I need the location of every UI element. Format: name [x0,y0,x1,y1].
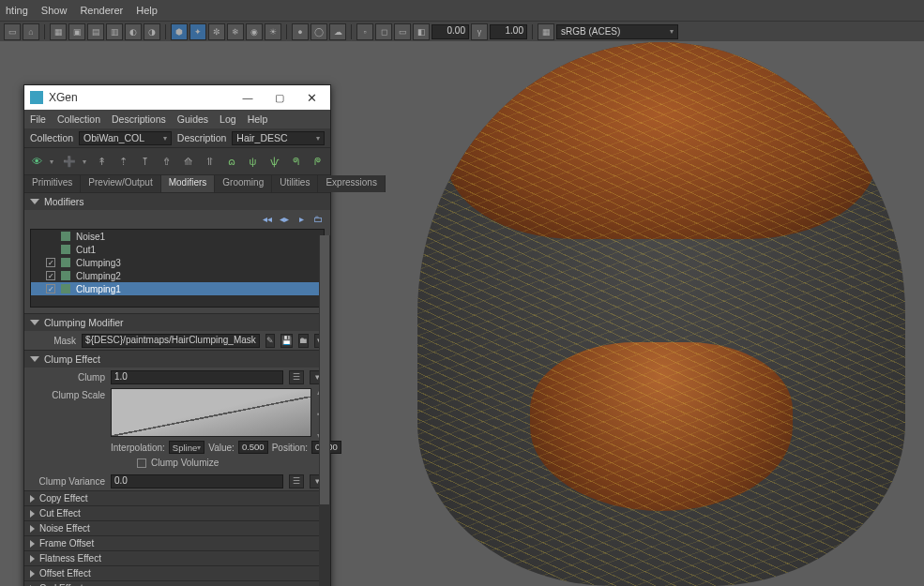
toolbar-gamma-icon[interactable]: γ [471,23,488,40]
xgen-menu-file[interactable]: File [30,113,46,125]
visibility-icon[interactable]: 👁 [28,152,46,171]
dropdown-arrow-icon[interactable]: ▾ [50,158,57,166]
tool-icon-4[interactable]: ⇮ [158,152,175,171]
modifier-row-cut1[interactable]: Cut1 [31,243,324,256]
tab-modifiers[interactable]: Modifiers [161,175,216,192]
close-button[interactable]: ✕ [298,88,325,107]
xgen-menu-descriptions[interactable]: Descriptions [112,113,166,125]
scrollbar-thumb[interactable] [320,235,329,504]
toolbar-screen3-icon[interactable]: ▭ [394,23,411,40]
offset-effect-section[interactable]: Offset Effect [24,565,330,580]
grass-icon-2[interactable]: ψ [244,152,262,171]
description-dropdown[interactable]: Hair_DESC [232,131,325,145]
modifier-folder-icon[interactable]: 🗀 [311,212,325,225]
modifier-row-clumping2[interactable]: Clumping2 [31,269,324,282]
menu-lighting[interactable]: hting [6,5,28,16]
clump-variance-input[interactable]: 0.0 [111,474,283,488]
toolbar-shadow-icon[interactable]: ◑ [144,23,160,40]
menu-show[interactable]: Show [41,5,68,16]
add-description-icon[interactable]: ➕ [61,152,79,171]
modifiers-section-header[interactable]: Modifiers [24,193,330,210]
clumping-section-header[interactable]: Clumping Modifier [24,314,330,331]
modifier-checkbox[interactable] [46,258,55,267]
tool-icon-5[interactable]: ⟰ [179,152,197,171]
xgen-menu-collection[interactable]: Collection [57,113,100,125]
grass-icon-5[interactable]: ᖘ [309,152,326,171]
toolbar-select-icon[interactable]: ▭ [4,23,21,40]
xgen-menu-guides[interactable]: Guides [177,113,208,125]
clump-scale-curve[interactable] [111,388,311,437]
variance-expr-icon[interactable]: ☰ [289,474,304,488]
modifier-play-icon[interactable]: ◂▸ [278,212,291,225]
interp-dropdown[interactable]: Spline [169,441,204,454]
toolbar-gear-icon[interactable]: ✼ [208,23,225,40]
toolbar-bulb-icon[interactable]: ◉ [246,23,263,40]
clump-effect-header[interactable]: Clump Effect [24,351,330,368]
toolbar-shaded-icon[interactable]: ▤ [87,23,104,40]
menu-help[interactable]: Help [136,5,158,16]
dropdown-arrow-icon[interactable]: ▾ [83,158,90,166]
tool-icon-2[interactable]: ⇡ [114,152,132,171]
modifier-checkbox[interactable] [46,284,55,293]
mask-save-icon[interactable]: 💾 [280,334,293,348]
value-input[interactable]: 0.500 [238,441,268,454]
tool-icon-3[interactable]: ⤒ [136,152,154,171]
modifier-prev-icon[interactable]: ◂◂ [261,212,274,225]
toolbar-screen2-icon[interactable]: ◻ [375,23,392,40]
toolbar-color-icon[interactable]: ▦ [538,23,554,40]
modifier-name: Clumping1 [76,284,121,294]
mask-folder-icon[interactable]: 🖿 [298,334,309,348]
tab-preview[interactable]: Preview/Output [81,175,160,192]
xgen-titlebar[interactable]: XGen — ▢ ✕ [24,85,330,110]
colorspace-dropdown[interactable]: sRGB (ACES) [556,24,678,39]
toolbar-screen1-icon[interactable]: ▫ [356,23,373,40]
toolbar-snow-icon[interactable]: ❄ [227,23,244,40]
toolbar-camera-icon[interactable]: ⌂ [23,23,39,40]
flatness-effect-section[interactable]: Flatness Effect [24,550,330,565]
toolbar-sun-icon[interactable]: ☀ [265,23,281,40]
toolbar-isolate-icon[interactable]: ⬢ [171,23,188,40]
grass-icon-4[interactable]: ᖗ [287,152,305,171]
xgen-scrollbar-vertical[interactable] [319,235,330,586]
tool-icon-6[interactable]: ⥣ [201,152,219,171]
tab-utilities[interactable]: Utilities [272,175,318,192]
toolbar-sphere-icon[interactable]: ● [292,23,309,40]
toolbar-light-icon[interactable]: ◐ [125,23,142,40]
menu-renderer[interactable]: Renderer [80,5,123,16]
tab-grooming[interactable]: Grooming [215,175,272,192]
cut-effect-section[interactable]: Cut Effect [24,505,330,520]
modifier-row-clumping1[interactable]: Clumping1 [31,282,324,295]
mask-edit-icon[interactable]: ✎ [265,334,276,348]
tab-expressions[interactable]: Expressions [318,175,385,192]
clump-volumize-checkbox[interactable] [137,458,146,468]
toolbar-screen4-icon[interactable]: ◧ [413,23,430,40]
collection-dropdown[interactable]: ObiWan_COL [79,131,172,145]
toolbar-textured-icon[interactable]: ▥ [106,23,123,40]
mask-input[interactable]: ${DESC}/paintmaps/HairClumping_Mask [82,334,260,348]
minimize-button[interactable]: — [235,88,261,107]
xgen-menu-log[interactable]: Log [220,113,236,125]
toolbar-grid-icon[interactable]: ▦ [50,23,67,40]
xgen-menu-help[interactable]: Help [248,113,268,125]
toolbar-sphere2-icon[interactable]: ◯ [311,23,327,40]
modifier-checkbox[interactable] [46,271,55,280]
frame-offset-section[interactable]: Frame Offset [24,535,330,550]
modifier-row-clumping3[interactable]: Clumping3 [31,256,324,269]
grass-icon-1[interactable]: ɷ [222,152,240,171]
toolbar-gamma-input[interactable]: 1.00 [490,24,527,39]
modifier-next-icon[interactable]: ▸ [295,212,308,225]
tab-primitives[interactable]: Primitives [24,175,81,192]
maximize-button[interactable]: ▢ [266,88,293,107]
clump-input[interactable]: 1.0 [111,370,283,384]
copy-effect-section[interactable]: Copy Effect [24,490,330,505]
modifier-row-noise1[interactable]: Noise1 [31,230,324,243]
toolbar-wireframe-icon[interactable]: ▣ [68,23,85,40]
toolbar-xray-icon[interactable]: ✦ [189,23,206,40]
tool-icon-1[interactable]: ↟ [93,152,111,171]
clump-expr-icon[interactable]: ☰ [289,370,304,384]
noise-effect-section[interactable]: Noise Effect [24,520,330,535]
curl-effect-section[interactable]: Curl Effect [24,580,330,586]
toolbar-exposure-input[interactable]: 0.00 [432,24,469,39]
grass-icon-3[interactable]: ѱ [265,152,283,171]
toolbar-cloud-icon[interactable]: ☁ [329,23,346,40]
